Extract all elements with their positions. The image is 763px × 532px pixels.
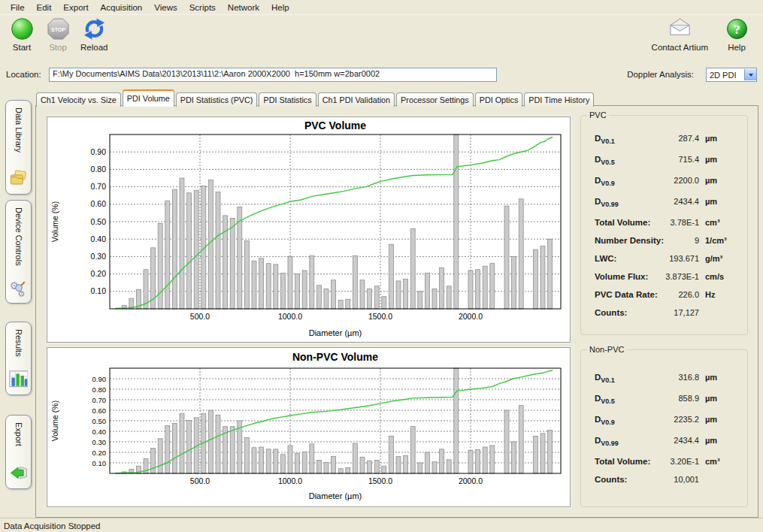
stat-label: DV0.9 <box>595 176 615 187</box>
svg-text:1500.0: 1500.0 <box>368 312 392 321</box>
svg-text:0.80: 0.80 <box>92 385 107 394</box>
sidebar-item-export[interactable]: Export <box>5 415 32 489</box>
stat-unit: µm <box>705 134 738 143</box>
contact-artium-button[interactable]: Contact Artium <box>649 17 710 53</box>
stat-unit: cm³ <box>705 457 738 466</box>
menu-item-views[interactable]: Views <box>148 2 183 14</box>
tab-ch1-velocity-vs-size[interactable]: Ch1 Velocity vs. Size <box>36 92 121 107</box>
stat-label: DV0.1 <box>595 373 615 384</box>
stat-unit: g/m³ <box>705 254 738 263</box>
menu-item-network[interactable]: Network <box>222 2 265 14</box>
stat-value: 193.671 <box>616 254 699 263</box>
stat-label: Total Volume: <box>595 218 650 227</box>
svg-text:0.50: 0.50 <box>92 417 107 425</box>
menu-item-scripts[interactable]: Scripts <box>183 2 222 14</box>
stat-unit: Hz <box>705 290 738 299</box>
svg-text:?: ? <box>734 23 740 37</box>
start-button[interactable]: Start <box>6 17 38 53</box>
stat-value: 2200.0 <box>615 176 699 185</box>
tab-pdi-statistics-pvc[interactable]: PDI Statistics (PVC) <box>176 92 258 107</box>
reload-label: Reload <box>80 43 107 52</box>
non-pvc-group-title: Non-PVC <box>587 345 626 354</box>
stat-row-dv0-9: DV0.92200.0µm <box>581 176 747 197</box>
svg-text:0.90: 0.90 <box>92 375 107 383</box>
stat-unit: µm <box>705 394 738 403</box>
reload-button[interactable]: Reload <box>78 17 110 53</box>
doppler-analysis-value: 2D PDI <box>707 71 744 80</box>
location-label: Location: <box>6 70 41 79</box>
menu-item-file[interactable]: File <box>5 2 31 14</box>
help-button[interactable]: ?Help <box>721 17 752 53</box>
stat-row-counts: Counts:17,127 <box>581 308 747 326</box>
svg-text:0.30: 0.30 <box>91 252 107 261</box>
sidebar-item-data-library[interactable]: Data Library <box>5 100 32 195</box>
stat-value: 3.873E-1 <box>648 272 699 281</box>
stat-value: 316.8 <box>615 373 699 382</box>
pvc-stats-group: PVCDV0.1287.4µmDV0.5715.4µmDV0.92200.0µm… <box>580 115 748 335</box>
stat-value: 2434.4 <box>619 436 699 445</box>
chevron-down-icon[interactable] <box>744 69 756 80</box>
pvc-group-title: PVC <box>587 110 609 119</box>
svg-text:1000.0: 1000.0 <box>278 476 302 485</box>
stat-row-volume-flux: Volume Flux:3.873E-1cm/s <box>581 272 747 290</box>
stat-value: 858.9 <box>615 394 699 403</box>
tab-pdi-time-history[interactable]: PDI Time History <box>524 92 594 107</box>
tab-pdi-statistics[interactable]: PDI Statistics <box>259 92 316 107</box>
stat-unit: µm <box>705 197 738 206</box>
stat-value: 10,001 <box>627 475 699 484</box>
stat-unit: 1/cm³ <box>705 236 738 245</box>
menu-item-acquisition[interactable]: Acquisition <box>95 2 149 14</box>
tab-processor-settings[interactable]: Processor Settings <box>396 92 474 107</box>
stat-row-dv0-9: DV0.92235.2µm <box>581 415 747 436</box>
start-icon <box>11 17 34 41</box>
envelope-icon <box>668 17 692 41</box>
tab-pdi-optics[interactable]: PDI Optics <box>475 92 523 107</box>
non-pvc-volume-chart: 0.100.200.300.400.500.600.700.800.90500.… <box>47 347 571 507</box>
location-input[interactable]: F:\My Documents\AIMS Data\2013\2013\11\2… <box>49 68 497 82</box>
svg-text:0.70: 0.70 <box>92 396 107 404</box>
stat-value: 9 <box>664 236 699 245</box>
svg-text:Volume (%): Volume (%) <box>50 401 59 441</box>
stat-row-dv0-99: DV0.992434.4µm <box>581 436 747 457</box>
stat-label: PVC Data Rate: <box>595 290 658 299</box>
stop-button[interactable]: STOPStop <box>42 17 74 53</box>
menu-item-export[interactable]: Export <box>57 2 94 14</box>
tab-ch1-pdi-validation[interactable]: Ch1 PDI Validation <box>318 92 395 107</box>
stop-icon: STOP <box>47 17 70 41</box>
svg-text:STOP: STOP <box>51 27 65 32</box>
sidebar-item-label: Data Library <box>14 107 23 153</box>
stat-label: DV0.9 <box>595 415 615 426</box>
stat-value: 17,127 <box>627 308 699 317</box>
doppler-analysis-label: Doppler Analysis: <box>627 70 694 79</box>
stat-row-pvc-data-rate: PVC Data Rate:226.0Hz <box>581 290 747 308</box>
stat-label: LWC: <box>595 254 616 263</box>
stat-row-dv0-1: DV0.1316.8µm <box>581 373 747 394</box>
menu-item-edit[interactable]: Edit <box>31 2 58 14</box>
stat-label: DV0.5 <box>595 155 615 166</box>
stat-value: 3.78E-1 <box>650 218 699 227</box>
stat-row-dv0-1: DV0.1287.4µm <box>581 134 747 155</box>
svg-text:0.30: 0.30 <box>92 438 107 446</box>
stat-value: 2235.2 <box>615 415 699 424</box>
svg-text:Diameter (µm): Diameter (µm) <box>309 328 362 337</box>
contact-artium-label: Contact Artium <box>652 43 708 52</box>
gears-icon: ⚙⚙ <box>9 279 29 298</box>
tab-pdi-volume[interactable]: PDI Volume <box>123 89 174 107</box>
svg-text:Diameter (µm): Diameter (µm) <box>309 491 362 500</box>
help-icon: ? <box>725 17 749 41</box>
stat-label: DV0.99 <box>595 197 619 208</box>
doppler-analysis-select[interactable]: 2D PDI <box>706 68 757 82</box>
sidebar-item-results[interactable]: Results <box>5 322 32 395</box>
sidebar-item-device-controls[interactable]: Device Controls⚙⚙ <box>5 200 32 304</box>
stat-label: Total Volume: <box>595 457 650 466</box>
stat-row-total-volume: Total Volume:3.78E-1cm³ <box>581 218 747 236</box>
bar-chart-icon <box>9 370 29 390</box>
menu-item-help[interactable]: Help <box>265 2 295 14</box>
sidebar-item-label: Device Controls <box>14 207 23 266</box>
reload-icon <box>83 17 106 41</box>
stat-unit: µm <box>705 176 738 185</box>
location-row: Location: F:\My Documents\AIMS Data\2013… <box>0 66 763 86</box>
sidebar-item-label: Export <box>14 422 23 446</box>
stat-value: 226.0 <box>658 290 699 299</box>
pvc-volume-chart: 0.100.200.300.400.500.600.700.800.90500.… <box>47 116 571 343</box>
